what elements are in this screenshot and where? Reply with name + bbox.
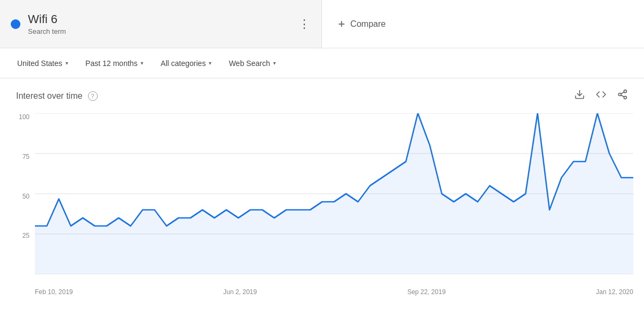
embed-icon[interactable]: [596, 89, 606, 103]
svg-line-5: [621, 92, 624, 93]
y-label-25: 25: [11, 232, 30, 239]
region-filter-arrow: ▾: [65, 60, 68, 66]
categories-filter[interactable]: All categories ▾: [154, 56, 218, 71]
x-label-jan: Jan 12, 2020: [596, 288, 633, 296]
chart-title-group: Interest over time ?: [16, 91, 98, 101]
x-label-jun: Jun 2, 2019: [223, 288, 257, 296]
period-filter[interactable]: Past 12 months ▾: [79, 56, 150, 71]
share-icon[interactable]: [617, 89, 628, 103]
region-filter[interactable]: United States ▾: [11, 56, 75, 71]
search-term-menu-icon[interactable]: ⋮: [298, 18, 311, 30]
trend-chart-svg: [35, 113, 633, 274]
search-type-filter[interactable]: Web Search ▾: [222, 56, 282, 71]
search-term-dot: [11, 19, 20, 29]
x-label-sep: Sep 22, 2019: [407, 288, 445, 296]
chart-title: Interest over time: [16, 91, 83, 101]
search-term-title: Wifi 6: [28, 12, 66, 26]
filters-bar: United States ▾ Past 12 months ▾ All cat…: [0, 48, 644, 78]
x-axis-labels: Feb 10, 2019 Jun 2, 2019 Sep 22, 2019 Ja…: [35, 280, 633, 296]
period-filter-label: Past 12 months: [85, 59, 137, 68]
compare-button[interactable]: + Compare: [338, 17, 386, 31]
top-bar: Wifi 6 Search term ⋮ + Compare: [0, 0, 644, 48]
y-label-100: 100: [11, 113, 30, 121]
y-label-50: 50: [11, 193, 30, 200]
chart-actions: [574, 89, 628, 103]
y-label-75: 75: [11, 153, 30, 160]
search-term-text: Wifi 6 Search term: [28, 12, 66, 35]
y-axis-labels: 25 50 75 100: [11, 113, 30, 274]
compare-plus-icon: +: [338, 17, 345, 31]
help-icon[interactable]: ?: [88, 91, 98, 101]
categories-filter-arrow: ▾: [209, 60, 211, 66]
search-term-type-label: Search term: [28, 27, 66, 35]
search-type-filter-label: Web Search: [229, 59, 270, 68]
region-filter-label: United States: [17, 59, 62, 68]
categories-filter-label: All categories: [160, 59, 206, 68]
download-icon[interactable]: [574, 89, 585, 103]
search-type-filter-arrow: ▾: [273, 60, 276, 66]
compare-box: + Compare: [322, 0, 644, 48]
svg-line-4: [621, 95, 624, 97]
period-filter-arrow: ▾: [141, 60, 143, 66]
x-label-feb: Feb 10, 2019: [35, 288, 73, 296]
compare-label: Compare: [350, 19, 386, 29]
search-term-box: Wifi 6 Search term ⋮: [0, 0, 322, 48]
chart-section: Interest over time ?: [0, 78, 644, 301]
chart-header: Interest over time ?: [11, 89, 633, 103]
chart-container: 25 50 75 100 Feb 10, 2019 Jun 2, 2019 Se…: [11, 113, 633, 296]
